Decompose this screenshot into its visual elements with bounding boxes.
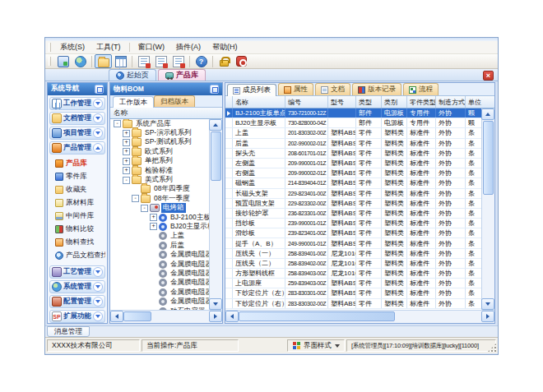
table-row[interactable]: 下纱定位片（右）283-830302-00Z塑料ABS零件塑料类标准件外协条 bbox=[225, 299, 481, 309]
tree-node[interactable]: 金属膜电阻器 bbox=[110, 279, 209, 288]
tree-node[interactable]: 金属膜电阻器 bbox=[110, 260, 209, 269]
group-product[interactable]: 产品管理 bbox=[49, 141, 105, 154]
table-row[interactable]: 预置电阻支架229-823302-00Z塑料ABS零件塑料类标准件外协条 bbox=[225, 199, 481, 209]
data-grid-button[interactable] bbox=[112, 54, 129, 68]
tab-version-history[interactable]: 版本记录 bbox=[352, 83, 401, 95]
table-row[interactable]: 压线夹（一）258-839401-00Z尼龙1010零件塑料类标准件外协条 bbox=[225, 249, 481, 259]
report-delete-button[interactable] bbox=[169, 54, 187, 68]
group-extend[interactable]: 扩展功能 bbox=[49, 310, 105, 323]
tree-expander[interactable]: + bbox=[123, 148, 130, 155]
tree-expander[interactable]: + bbox=[123, 139, 130, 146]
tree-node[interactable]: 上盖 bbox=[110, 232, 209, 241]
tree-node[interactable]: -08年一季度 bbox=[110, 194, 209, 203]
tree-expander[interactable]: + bbox=[123, 158, 130, 165]
table-row[interactable]: 压线夹（二）258-839402-00Z尼龙1010零件塑料类标准件外协条 bbox=[225, 259, 481, 269]
table-row[interactable]: 左侧盖209-990001-01Z塑料ABS零件塑料类标准件外协条 bbox=[225, 159, 481, 168]
tree-column-header[interactable]: 名称 bbox=[110, 108, 222, 119]
column-header-6[interactable]: 零件类型 bbox=[407, 96, 436, 108]
tree-node[interactable]: 08年四季度 bbox=[110, 185, 209, 194]
tree-node[interactable]: +SP-演示机系列 bbox=[110, 128, 209, 137]
nav-raw-material-library[interactable]: 原材料库 bbox=[49, 196, 105, 210]
table-row[interactable]: 长磁头支架229-823401-00Z塑料ABS零件塑料类标准件外协条 bbox=[225, 189, 481, 199]
column-header-5[interactable]: 类别 bbox=[382, 96, 407, 108]
chevron-up-icon[interactable] bbox=[93, 143, 103, 153]
tree-node[interactable]: -美式系列 bbox=[110, 175, 209, 184]
nav-product-library[interactable]: 产品库 bbox=[49, 157, 105, 170]
group-work[interactable]: 工作管理 bbox=[49, 97, 105, 110]
nav-product-doc-find[interactable]: 产品文档查找 bbox=[49, 249, 105, 262]
group-system[interactable]: 系统管理 bbox=[49, 280, 105, 293]
chevron-down-icon[interactable] bbox=[93, 128, 103, 138]
tree-node[interactable]: +SP-测试机系列 bbox=[110, 138, 209, 147]
tree-vertical-scrollbar[interactable] bbox=[209, 119, 222, 310]
grid-vertical-scrollbar[interactable] bbox=[481, 108, 494, 310]
tree-node[interactable]: -系统产品库 bbox=[110, 119, 209, 128]
tree-node[interactable]: 后盖 bbox=[110, 241, 209, 250]
table-row[interactable]: 下纱定位片（左）283-830301-00Z塑料ABS零件塑料类标准件外协条 bbox=[225, 288, 481, 298]
tab-archived-version[interactable]: 归档版本 bbox=[154, 95, 195, 107]
lock-button[interactable] bbox=[216, 54, 233, 68]
table-row[interactable]: BJ-2100主板单点730-721000-12Z部件电源板专用件外协颗 bbox=[225, 108, 481, 118]
menu-plugins[interactable]: 插件(A) bbox=[170, 41, 207, 53]
group-document[interactable]: 文档管理 bbox=[49, 112, 105, 125]
open-library-button[interactable] bbox=[95, 54, 112, 68]
style-selector[interactable]: 界面样式 bbox=[287, 339, 345, 352]
tab-member-list[interactable]: 成员列表 bbox=[227, 84, 276, 96]
group-craft[interactable]: 工艺管理 bbox=[49, 265, 105, 279]
exit-button[interactable] bbox=[233, 54, 250, 68]
table-row[interactable]: 上盖201-830302-00Z塑料ABS零件塑料类标准件外协条 bbox=[225, 128, 481, 138]
tab-properties[interactable]: 属性 bbox=[278, 83, 313, 95]
table-row[interactable]: 右侧盖209-990002-01Z塑料ABS零件塑料类标准件外协条 bbox=[225, 168, 481, 178]
group-project[interactable]: 项目管理 bbox=[49, 127, 105, 140]
column-header-3[interactable]: 型号 bbox=[328, 96, 356, 108]
sidebar-menu-button[interactable] bbox=[95, 85, 104, 94]
column-header-8[interactable]: 单位 bbox=[466, 96, 494, 108]
tab-product-library[interactable]: 产品库 bbox=[158, 69, 206, 81]
message-manager-tab[interactable]: 消息管理 bbox=[47, 326, 90, 337]
tree-expander[interactable]: - bbox=[123, 177, 130, 184]
table-row[interactable]: 提手（A、B）249-990001-01Z塑料ABS零件塑料类标准件外协条 bbox=[225, 238, 481, 248]
table-row[interactable]: 磁钢盖214-839404-01Z塑料ABS零件塑料类标准件外协条 bbox=[225, 178, 481, 188]
tab-start-page[interactable]: 起始页 bbox=[109, 69, 156, 81]
report-new-button[interactable] bbox=[135, 54, 152, 68]
chevron-down-icon[interactable] bbox=[93, 311, 103, 321]
menu-window[interactable]: 窗口(W) bbox=[132, 41, 171, 53]
column-header-4[interactable]: 类型 bbox=[356, 96, 382, 108]
menu-tools[interactable]: 工具(T) bbox=[90, 41, 127, 53]
tree-node[interactable]: +检验标准 bbox=[110, 166, 209, 175]
tree-expander[interactable]: + bbox=[123, 167, 130, 174]
table-row[interactable]: 滑纱板239-823401-00Z塑料ABS零件塑料类标准件外协条 bbox=[225, 228, 481, 238]
chevron-down-icon[interactable] bbox=[93, 282, 103, 292]
nav-parts-library[interactable]: 零件库 bbox=[49, 170, 105, 183]
nav-favorites[interactable]: 收藏夹 bbox=[49, 183, 105, 196]
tree-node[interactable]: +BJ20主显示板 bbox=[110, 222, 209, 231]
tree-node[interactable]: 金属膜电阻器 bbox=[110, 297, 209, 306]
table-row[interactable]: 挡纱板239-990001-01Z塑料ABS零件塑料类标准件外协条 bbox=[225, 219, 481, 228]
report-manage-button[interactable] bbox=[152, 54, 169, 68]
column-header-2[interactable]: 编号 bbox=[285, 96, 328, 108]
nav-material-find[interactable]: 物料查找 bbox=[49, 236, 105, 249]
tree-expander[interactable]: + bbox=[150, 214, 157, 221]
tree-node[interactable]: 金属膜电阻器 bbox=[110, 269, 209, 278]
bom-panel-pin-button[interactable] bbox=[210, 85, 219, 94]
tree-expander[interactable]: - bbox=[114, 120, 121, 127]
tab-workflow[interactable]: 流程 bbox=[403, 83, 439, 95]
table-row[interactable]: BJ20主显示板730-828000-04Z部件电源板专用件外协颗 bbox=[225, 118, 481, 128]
column-header-1[interactable]: 名称 bbox=[233, 96, 285, 108]
help-button[interactable] bbox=[193, 54, 210, 68]
table-row[interactable]: 后盖202-990002-01Z塑料ABS零件塑料类标准件外协条 bbox=[225, 139, 481, 149]
table-row[interactable]: 接纱轮护罩236-823301-00Z塑料ABS零件塑料类标准件外协条 bbox=[225, 209, 481, 219]
tree-node[interactable]: +单把系列 bbox=[110, 157, 209, 166]
tree-node[interactable]: 金属膜电阻器 bbox=[110, 288, 209, 297]
tree-node[interactable]: 金属膜电阻器 bbox=[110, 250, 209, 259]
menu-system[interactable]: 系统(S) bbox=[54, 41, 90, 53]
menu-help[interactable]: 帮助(H) bbox=[207, 41, 244, 53]
nav-material-compare[interactable]: 物料比较 bbox=[49, 223, 105, 236]
tree-expander[interactable]: - bbox=[141, 205, 148, 212]
tree-node[interactable]: +欧式系列 bbox=[110, 147, 209, 156]
tree-expander[interactable]: + bbox=[150, 223, 157, 230]
tree-node[interactable]: +BJ-2100主板单点 bbox=[110, 213, 209, 222]
chevron-down-icon[interactable] bbox=[93, 99, 103, 108]
browser-button[interactable] bbox=[72, 54, 89, 68]
table-row[interactable]: 探头壳208-601701-01Z塑料ABS零件塑料类标准件外协条 bbox=[225, 149, 481, 159]
